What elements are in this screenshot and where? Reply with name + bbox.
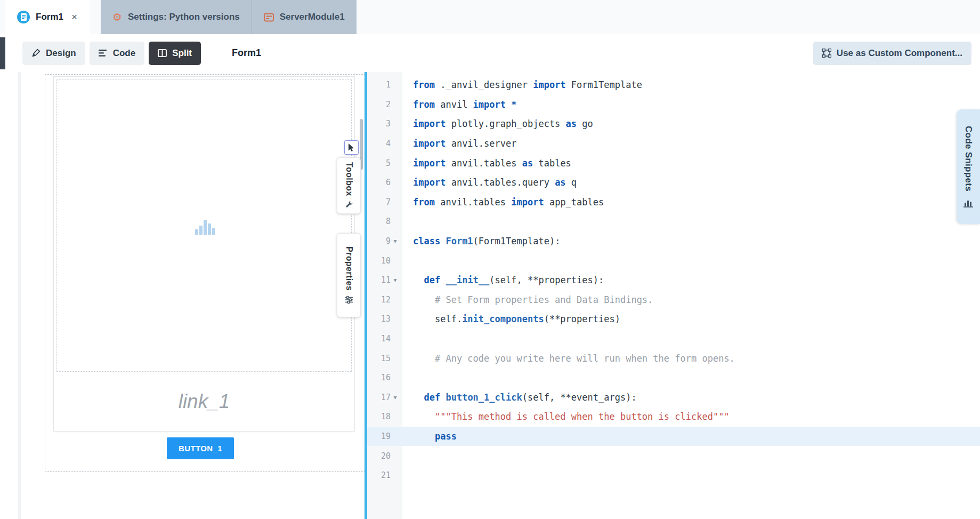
gutter-cell[interactable]: 1 <box>367 80 402 90</box>
split-panes-icon <box>158 49 167 57</box>
split-button[interactable]: Split <box>149 42 201 65</box>
gutter-cell[interactable]: 7 <box>367 197 402 207</box>
button-component[interactable]: BUTTON_1 <box>167 437 234 459</box>
code-text[interactable]: # Any code you write here will run when … <box>402 353 735 364</box>
gutter-cell[interactable]: 20 <box>367 451 402 461</box>
gutter-cell[interactable]: 18 <box>367 412 402 421</box>
gutter-cell[interactable]: 3 <box>367 119 402 129</box>
tab-label: Form1 <box>36 12 63 22</box>
fold-arrow-icon[interactable]: ▾ <box>391 394 400 401</box>
gutter-cell[interactable]: 8 <box>367 217 402 226</box>
code-line[interactable]: 4import anvil.server <box>367 134 980 154</box>
code-line[interactable]: 5import anvil.tables as tables <box>367 153 980 173</box>
gear-icon: ⚙ <box>112 12 122 22</box>
form-designer-canvas[interactable]: link_1 BUTTON_1 Toolbox Properties <box>0 72 365 519</box>
code-line[interactable]: 15 # Any code you write here will run wh… <box>367 348 980 368</box>
gutter-cell[interactable]: 5 <box>367 158 402 168</box>
code-snippets-tab[interactable]: Code Snippets <box>957 109 980 224</box>
code-line[interactable]: 14 <box>367 329 980 349</box>
code-line[interactable]: 20 <box>367 446 980 466</box>
collapsed-sidebar-handle[interactable] <box>0 37 5 69</box>
gutter-cell[interactable]: 11▾ <box>367 275 402 285</box>
code-line[interactable]: 2from anvil import * <box>367 95 980 115</box>
code-text[interactable]: import anvil.tables.query as q <box>402 177 577 188</box>
page-title: Form1 <box>232 47 261 59</box>
gutter-cell[interactable]: 2 <box>367 100 402 109</box>
tab-label: Settings: Python versions <box>128 12 240 22</box>
code-text[interactable]: from ._anvil_designer import Form1Templa… <box>402 79 642 90</box>
gutter-cell[interactable]: 16 <box>367 373 402 382</box>
properties-tab[interactable]: Properties <box>337 233 361 317</box>
form-surface[interactable]: link_1 <box>53 76 355 432</box>
cursor-arrow-icon <box>348 143 355 151</box>
gutter-cell[interactable]: 4 <box>367 139 402 148</box>
code-line[interactable]: 11▾ def __init__(self, **properties): <box>367 270 980 290</box>
code-editor[interactable]: 1from ._anvil_designer import Form1Templ… <box>367 72 980 519</box>
code-text[interactable]: pass <box>402 431 457 442</box>
tab-gap <box>90 0 101 34</box>
code-text[interactable]: import plotly.graph_objects as go <box>402 118 593 129</box>
code-text[interactable]: class Form1(Form1Template): <box>402 236 560 246</box>
code-text[interactable]: from anvil import * <box>402 99 517 110</box>
gutter-cell[interactable]: 6 <box>367 178 402 187</box>
tab-settings-python-versions[interactable]: ⚙ Settings: Python versions <box>101 0 252 34</box>
tab-form1[interactable]: Form1 × <box>5 0 90 34</box>
code-line[interactable]: 17▾ def button_1_click(self, **event_arg… <box>367 388 980 408</box>
fold-arrow-icon[interactable]: ▾ <box>391 276 400 284</box>
gutter-cell[interactable]: 14 <box>367 334 402 344</box>
close-icon[interactable]: × <box>70 11 78 23</box>
line-number: 17 <box>377 393 391 402</box>
code-button[interactable]: Code <box>90 42 145 65</box>
gutter-cell[interactable]: 21 <box>367 470 402 480</box>
gutter-cell[interactable]: 17▾ <box>367 393 402 402</box>
code-line[interactable]: 12 # Set Form properties and Data Bindin… <box>367 290 980 310</box>
code-text[interactable]: import anvil.tables as tables <box>402 158 571 169</box>
code-text[interactable]: def button_1_click(self, **event_args): <box>402 392 637 403</box>
line-number: 13 <box>377 314 391 324</box>
gutter-cell[interactable]: 13 <box>367 314 402 324</box>
code-line[interactable]: 9▾class Form1(Form1Template): <box>367 231 980 251</box>
design-button[interactable]: Design <box>22 42 85 65</box>
code-line[interactable]: 1from ._anvil_designer import Form1Templ… <box>367 75 980 95</box>
code-text[interactable]: import anvil.server <box>402 138 516 149</box>
use-as-custom-component-button[interactable]: Use as Custom Component... <box>813 42 971 65</box>
fold-arrow-icon[interactable]: ▾ <box>391 237 400 245</box>
anvil-ide: Form1 × ⚙ Settings: Python versions Serv… <box>0 0 980 519</box>
code-text[interactable]: self.init_components(**properties) <box>402 314 620 324</box>
code-line[interactable]: 3import plotly.graph_objects as go <box>367 114 980 134</box>
gutter-cell[interactable]: 15 <box>367 354 402 363</box>
line-number: 8 <box>377 217 391 226</box>
code-line[interactable]: 16 <box>367 368 980 388</box>
link-component[interactable]: link_1 <box>54 372 354 431</box>
toolbox-tab-label: Toolbox <box>344 162 354 196</box>
line-number: 18 <box>377 412 391 421</box>
gutter-cell[interactable]: 9▾ <box>367 236 402 246</box>
code-text[interactable]: """This method is called when the button… <box>402 411 730 422</box>
plot-component[interactable] <box>56 79 352 372</box>
gutter-cell[interactable]: 19 <box>367 432 402 441</box>
tab-bar: Form1 × ⚙ Settings: Python versions Serv… <box>0 0 980 34</box>
code-text[interactable]: def __init__(self, **properties): <box>402 275 604 285</box>
tab-servermodule1[interactable]: ServerModule1 <box>252 0 357 34</box>
line-number: 16 <box>377 373 391 382</box>
designer-scroll-gutter <box>18 72 21 519</box>
tab-label: ServerModule1 <box>280 12 345 22</box>
code-line[interactable]: 13 self.init_components(**properties) <box>367 309 980 329</box>
code-line[interactable]: 19 pass <box>367 427 980 446</box>
gutter-cell[interactable]: 12 <box>367 295 402 305</box>
line-number: 3 <box>377 119 391 129</box>
code-line[interactable]: 8 <box>367 212 980 231</box>
code-line[interactable]: 7from anvil.tables import app_tables <box>367 193 980 212</box>
line-number: 7 <box>377 197 391 207</box>
code-line[interactable]: 10 <box>367 251 980 270</box>
code-line[interactable]: 6import anvil.tables.query as q <box>367 173 980 193</box>
plot-placeholder-icon <box>192 217 216 235</box>
gutter-cell[interactable]: 10 <box>367 256 402 266</box>
select-tool-button[interactable] <box>344 140 359 155</box>
code-text[interactable]: # Set Form properties and Data Bindings. <box>402 294 653 305</box>
code-text[interactable]: from anvil.tables import app_tables <box>402 197 604 207</box>
code-line[interactable]: 21 <box>367 466 980 485</box>
code-line[interactable]: 18 """This method is called when the but… <box>367 407 980 427</box>
toolbox-tab[interactable]: Toolbox <box>337 157 361 214</box>
design-pen-icon <box>31 49 41 58</box>
